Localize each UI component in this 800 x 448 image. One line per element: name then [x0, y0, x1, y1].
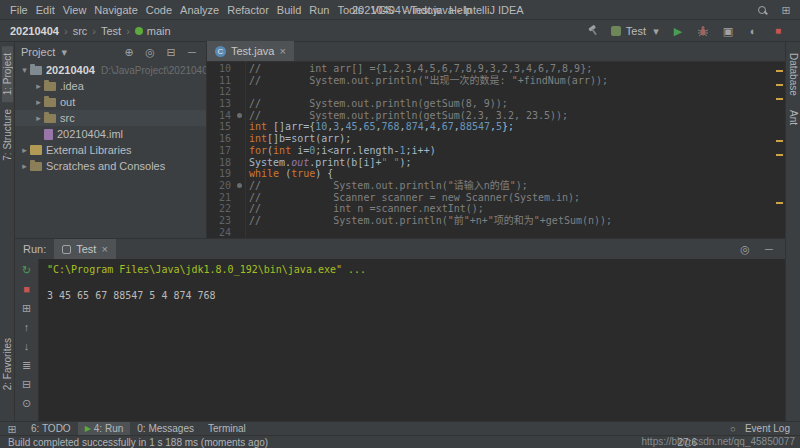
- editor-tab-bar: C Test.java ×: [207, 42, 785, 62]
- menu-item[interactable]: Build: [273, 4, 305, 16]
- editor-line[interactable]: 19while (true) {: [207, 168, 785, 180]
- tool-window-button[interactable]: 0: Messages: [130, 422, 201, 435]
- collapse-all-icon[interactable]: ⊟: [20, 377, 34, 391]
- tool-window-button-label: 4: Run: [94, 423, 123, 434]
- tree-item[interactable]: ▸src: [15, 110, 206, 126]
- editor-line[interactable]: 22// int n =scanner.nextInt();: [207, 203, 785, 215]
- layout-icon[interactable]: ⊞: [778, 2, 794, 18]
- line-number: 13: [207, 98, 233, 110]
- method-chip[interactable]: main: [135, 25, 171, 37]
- tool-window-button[interactable]: Terminal: [201, 422, 253, 435]
- editor-line[interactable]: 18System.out.print(b[i]+" ");: [207, 157, 785, 169]
- menu-item[interactable]: Refactor: [223, 4, 273, 16]
- menu-item[interactable]: Edit: [32, 4, 59, 16]
- run-icon: ▶: [85, 424, 91, 433]
- hammer-svg: [587, 24, 600, 37]
- tree-item[interactable]: ▸External Libraries: [15, 142, 206, 158]
- tree-arrow-icon[interactable]: ▸: [33, 81, 44, 91]
- debug-bug-icon[interactable]: [695, 23, 711, 39]
- editor-tab[interactable]: C Test.java ×: [207, 41, 294, 61]
- gear-icon[interactable]: ◎: [142, 44, 158, 60]
- tree-item[interactable]: ▸out: [15, 94, 206, 110]
- breadcrumb-item[interactable]: 20210404: [10, 25, 59, 37]
- rerun-icon[interactable]: ↻: [20, 263, 34, 277]
- run-panel-actions: ◎ ─: [737, 241, 777, 257]
- tool-window-button[interactable]: 2: Favorites: [2, 331, 13, 397]
- tool-window-button[interactable]: 6: TODO: [24, 422, 78, 435]
- workspace-region: 1: Project7: Structure 2: Favorites Proj…: [0, 42, 800, 421]
- tree-arrow-icon[interactable]: ▸: [19, 161, 30, 171]
- right-strip-items: DatabaseAnt: [788, 46, 799, 132]
- pin-tab-icon[interactable]: ⊙: [20, 396, 34, 410]
- tree-arrow-icon[interactable]: ▸: [33, 113, 44, 123]
- close-icon[interactable]: ×: [101, 243, 107, 255]
- tool-window-button[interactable]: ▶ 4: Run: [78, 422, 131, 435]
- editor-line[interactable]: 15int []arr={10,3,45,65,768,874,4,67,885…: [207, 121, 785, 133]
- menu-item[interactable]: View: [59, 4, 91, 16]
- scroll-to-bottom-icon[interactable]: ↓: [20, 339, 34, 353]
- editor-line[interactable]: 17for(int i=0;i<arr.length-1;i++): [207, 145, 785, 157]
- editor-line[interactable]: 13// System.out.println(getSum(8, 9));: [207, 98, 785, 110]
- tool-window-button[interactable]: Ant: [788, 103, 799, 132]
- menu-item[interactable]: Navigate: [90, 4, 141, 16]
- tree-item[interactable]: ▸.idea: [15, 78, 206, 94]
- editor-line[interactable]: 12: [207, 86, 785, 98]
- collapse-all-icon[interactable]: ⊟: [163, 44, 179, 60]
- hide-panel-icon[interactable]: ─: [761, 241, 777, 257]
- editor-line[interactable]: 21// Scanner scanner = new Scanner(Syste…: [207, 192, 785, 204]
- tool-window-button[interactable]: 7: Structure: [2, 102, 13, 168]
- editor-line[interactable]: 11// System.out.println("出现一次的数是: "+find…: [207, 75, 785, 87]
- hide-panel-icon[interactable]: ─: [184, 44, 200, 60]
- editor-line[interactable]: 24: [207, 227, 785, 238]
- chevron-down-icon[interactable]: ▾: [59, 44, 69, 60]
- menu-item[interactable]: File: [6, 4, 32, 16]
- dump-threads-icon[interactable]: ≣: [20, 358, 34, 372]
- gear-icon[interactable]: ◎: [737, 241, 753, 257]
- tree-item[interactable]: ▾20210404D:\JavaProject\20210404: [15, 62, 206, 78]
- editor-line[interactable]: 16int[]b=sort(arr);: [207, 133, 785, 145]
- editor-line[interactable]: 10// int arr[] ={1,2,3,4,5,6,7,8,9,3,2,3…: [207, 63, 785, 75]
- tool-window-button[interactable]: Database: [788, 46, 799, 103]
- right-tool-strip: DatabaseAnt: [785, 42, 800, 421]
- editor-line[interactable]: 23// System.out.println("前"+n+"项的和为"+get…: [207, 215, 785, 227]
- chevron-right-icon: ›: [64, 25, 68, 37]
- tree-item[interactable]: 20210404.iml: [15, 126, 206, 142]
- toolwindow-switcher-icon[interactable]: ⊞: [4, 421, 20, 437]
- menu-item[interactable]: Code: [142, 4, 176, 16]
- locate-file-icon[interactable]: ⊕: [121, 44, 137, 60]
- editor-line[interactable]: 14// System.out.println(getSum(2.3, 3.2,…: [207, 110, 785, 122]
- close-icon[interactable]: ×: [279, 45, 285, 57]
- editor-line[interactable]: 20// System.out.println("请输入n的值");: [207, 180, 785, 192]
- scroll-to-top-icon[interactable]: ↑: [20, 320, 34, 334]
- tree-item[interactable]: ▸Scratches and Consoles: [15, 158, 206, 174]
- tree-arrow-icon[interactable]: ▸: [33, 97, 44, 107]
- breadcrumb-item[interactable]: src: [73, 25, 88, 37]
- tree-arrow-icon[interactable]: ▾: [19, 65, 30, 75]
- event-log-button[interactable]: Event Log: [745, 423, 790, 434]
- build-hammer-icon[interactable]: [586, 23, 602, 39]
- breadcrumb-item[interactable]: Test: [101, 25, 121, 37]
- search-everywhere-icon[interactable]: [754, 2, 770, 18]
- coverage-icon[interactable]: ▣: [720, 23, 736, 39]
- run-button[interactable]: ▶: [670, 23, 686, 39]
- profiler-icon[interactable]: ◐: [745, 23, 761, 39]
- stop-button[interactable]: ■: [770, 23, 786, 39]
- line-number: 12: [207, 86, 233, 98]
- stop-icon[interactable]: ■: [20, 282, 34, 296]
- menu-item[interactable]: Analyze: [176, 4, 223, 16]
- tool-window-button[interactable]: 1: Project: [2, 46, 13, 102]
- editor-scrollbar[interactable]: [773, 62, 785, 238]
- tree-arrow-icon[interactable]: ▸: [19, 145, 30, 155]
- gutter: [233, 145, 245, 157]
- run-console[interactable]: "C:\Program Files\Java\jdk1.8.0_192\bin\…: [39, 259, 785, 421]
- method-icon: [135, 27, 143, 35]
- tree-item-label: External Libraries: [46, 144, 132, 156]
- code-area[interactable]: 10// int arr[] ={1,2,3,4,5,6,7,8,9,3,2,3…: [207, 62, 785, 238]
- menu-item[interactable]: Run: [305, 4, 333, 16]
- restore-layout-icon[interactable]: ⊞: [20, 301, 34, 315]
- run-tab[interactable]: Test ×: [54, 239, 116, 259]
- run-config-selector[interactable]: Test ▾: [611, 23, 661, 39]
- chevron-right-icon: ›: [92, 25, 96, 37]
- chevron-down-icon: ▾: [651, 23, 661, 39]
- line-number: 17: [207, 145, 233, 157]
